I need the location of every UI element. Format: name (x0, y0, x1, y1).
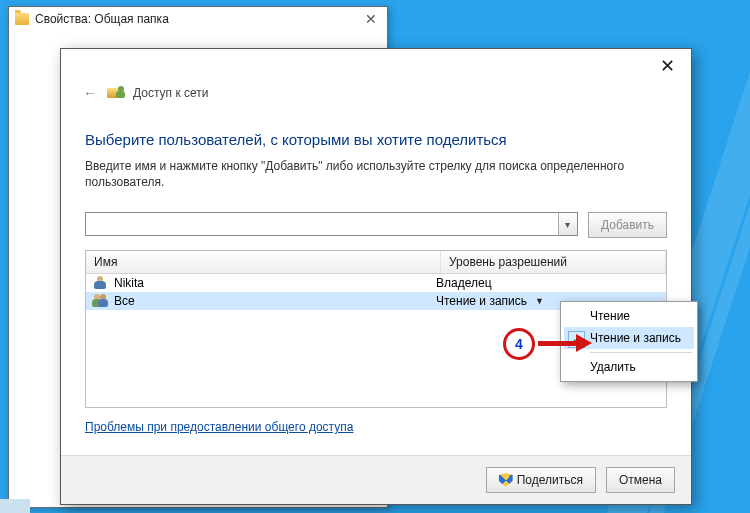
share-titlebar: ✕ (61, 49, 691, 85)
user-name: Nikita (114, 276, 144, 290)
properties-titlebar: Свойства: Общая папка ✕ (9, 7, 387, 31)
menu-item-delete[interactable]: Удалить (564, 356, 694, 378)
table-row[interactable]: NikitaВладелец (86, 274, 666, 292)
user-icon (92, 276, 108, 290)
dialog-footer: Поделиться Отмена (61, 455, 691, 504)
back-arrow-icon: ← (83, 85, 97, 101)
page-heading: Выберите пользователей, с которыми вы хо… (85, 131, 667, 148)
share-button-label: Поделиться (517, 473, 583, 487)
breadcrumb: ← Доступ к сети (61, 85, 691, 103)
user-name: Все (114, 294, 135, 308)
menu-item-label: Чтение (590, 309, 630, 323)
menu-item[interactable]: Чтение (564, 305, 694, 327)
chevron-down-icon[interactable]: ▾ (558, 213, 577, 235)
share-dialog: ✕ ← Доступ к сети Выберите пользователей… (60, 48, 692, 505)
properties-title: Свойства: Общая папка (35, 12, 169, 26)
menu-item-label: Удалить (590, 360, 636, 374)
close-icon[interactable]: ✕ (361, 11, 381, 27)
troubleshoot-link[interactable]: Проблемы при предоставлении общего досту… (85, 420, 353, 434)
menu-separator (590, 352, 692, 353)
breadcrumb-label: Доступ к сети (133, 86, 208, 100)
network-share-icon (107, 85, 125, 101)
column-header-permission[interactable]: Уровень разрешений (441, 251, 666, 273)
share-button[interactable]: Поделиться (486, 467, 596, 493)
close-icon[interactable]: ✕ (654, 55, 681, 77)
column-header-name[interactable]: Имя (86, 251, 441, 273)
add-button[interactable]: Добавить (588, 212, 667, 238)
chevron-down-icon: ▼ (535, 296, 544, 306)
permission-label: Владелец (436, 276, 492, 290)
user-input[interactable] (86, 213, 558, 235)
instructions-text: Введите имя и нажмите кнопку "Добавить" … (85, 158, 645, 190)
taskbar (0, 499, 30, 513)
permission-cell: Владелец (430, 276, 666, 290)
annotation-arrow-icon (538, 339, 592, 347)
uac-shield-icon (499, 473, 513, 487)
permission-label: Чтение и запись (436, 294, 527, 308)
menu-item-label: Чтение и запись (590, 331, 681, 345)
cancel-button[interactable]: Отмена (606, 467, 675, 493)
folder-icon (15, 13, 29, 25)
annotation-badge: 4 (503, 328, 535, 360)
user-combo[interactable]: ▾ (85, 212, 578, 236)
group-icon (92, 294, 108, 308)
